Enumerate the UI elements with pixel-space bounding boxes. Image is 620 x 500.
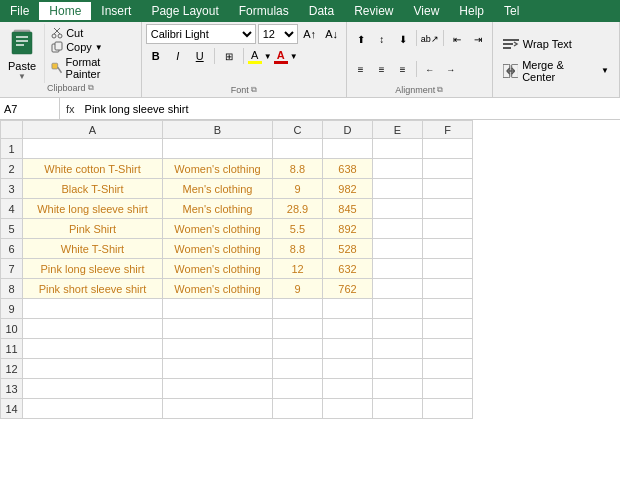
col-header-b[interactable]: B [163, 121, 273, 139]
alignment-expand-icon[interactable]: ⧉ [437, 85, 443, 95]
table-cell[interactable] [373, 359, 423, 379]
table-cell[interactable] [273, 299, 323, 319]
row-header-3[interactable]: 3 [1, 179, 23, 199]
table-cell[interactable] [273, 139, 323, 159]
row-header-12[interactable]: 12 [1, 359, 23, 379]
menu-data[interactable]: Data [299, 2, 344, 20]
underline-button[interactable]: U [190, 46, 210, 66]
table-cell[interactable] [373, 399, 423, 419]
table-cell[interactable]: 28.9 [273, 199, 323, 219]
table-cell[interactable] [423, 159, 473, 179]
table-cell[interactable] [423, 319, 473, 339]
row-header-1[interactable]: 1 [1, 139, 23, 159]
table-cell[interactable] [323, 399, 373, 419]
paste-dropdown-icon[interactable]: ▼ [18, 72, 26, 81]
menu-insert[interactable]: Insert [91, 2, 141, 20]
col-header-a[interactable]: A [23, 121, 163, 139]
align-center-button[interactable]: ≡ [372, 61, 392, 79]
table-cell[interactable]: Women's clothing [163, 239, 273, 259]
table-cell[interactable] [373, 219, 423, 239]
table-cell[interactable] [163, 319, 273, 339]
table-cell[interactable] [163, 339, 273, 359]
col-header-f[interactable]: F [423, 121, 473, 139]
table-cell[interactable] [423, 339, 473, 359]
table-cell[interactable] [423, 219, 473, 239]
table-cell[interactable]: White cotton T-Shirt [23, 159, 163, 179]
wrap-text-button[interactable]: Wrap Text [501, 35, 611, 53]
font-color-button[interactable]: A [274, 49, 288, 64]
row-header-4[interactable]: 4 [1, 199, 23, 219]
table-cell[interactable] [423, 239, 473, 259]
table-cell[interactable]: 5.5 [273, 219, 323, 239]
col-header-d[interactable]: D [323, 121, 373, 139]
table-cell[interactable] [423, 279, 473, 299]
row-header-8[interactable]: 8 [1, 279, 23, 299]
table-cell[interactable]: 638 [323, 159, 373, 179]
table-cell[interactable] [423, 359, 473, 379]
table-cell[interactable] [163, 139, 273, 159]
font-size-select[interactable]: 12 891011 14161824 [258, 24, 298, 44]
row-header-2[interactable]: 2 [1, 159, 23, 179]
row-header-10[interactable]: 10 [1, 319, 23, 339]
table-cell[interactable] [423, 299, 473, 319]
table-cell[interactable] [323, 139, 373, 159]
align-top-button[interactable]: ⬆ [351, 30, 371, 48]
table-cell[interactable] [273, 379, 323, 399]
table-cell[interactable] [23, 299, 163, 319]
table-cell[interactable]: Pink Shirt [23, 219, 163, 239]
row-header-13[interactable]: 13 [1, 379, 23, 399]
table-cell[interactable] [323, 359, 373, 379]
table-cell[interactable] [373, 299, 423, 319]
table-cell[interactable] [23, 339, 163, 359]
table-cell[interactable] [373, 319, 423, 339]
table-cell[interactable] [273, 319, 323, 339]
table-cell[interactable]: Men's clothing [163, 199, 273, 219]
table-cell[interactable]: Women's clothing [163, 259, 273, 279]
table-cell[interactable]: 8.8 [273, 239, 323, 259]
clipboard-expand-icon[interactable]: ⧉ [88, 83, 94, 93]
table-cell[interactable] [23, 319, 163, 339]
cut-button[interactable]: Cut [49, 26, 137, 40]
table-cell[interactable]: Black T-Shirt [23, 179, 163, 199]
table-cell[interactable] [163, 379, 273, 399]
border-button[interactable]: ⊞ [219, 46, 239, 66]
table-cell[interactable] [423, 259, 473, 279]
highlight-dropdown[interactable]: ▼ [264, 52, 272, 61]
table-cell[interactable] [323, 299, 373, 319]
font-expand-icon[interactable]: ⧉ [251, 85, 257, 95]
table-cell[interactable] [373, 259, 423, 279]
copy-dropdown[interactable]: ▼ [95, 43, 103, 52]
table-cell[interactable] [163, 299, 273, 319]
decrease-font-button[interactable]: A↓ [322, 24, 342, 44]
align-bottom-button[interactable]: ⬇ [393, 30, 413, 48]
table-cell[interactable] [373, 339, 423, 359]
table-cell[interactable] [273, 339, 323, 359]
table-cell[interactable]: 528 [323, 239, 373, 259]
table-cell[interactable] [23, 359, 163, 379]
font-color-dropdown[interactable]: ▼ [290, 52, 298, 61]
table-cell[interactable]: 762 [323, 279, 373, 299]
table-cell[interactable]: Men's clothing [163, 179, 273, 199]
merge-center-button[interactable]: Merge & Center ▼ [501, 57, 611, 85]
paste-button[interactable]: Paste ▼ [0, 24, 45, 83]
row-header-9[interactable]: 9 [1, 299, 23, 319]
table-cell[interactable]: 892 [323, 219, 373, 239]
col-header-e[interactable]: E [373, 121, 423, 139]
table-cell[interactable] [323, 319, 373, 339]
row-header-14[interactable]: 14 [1, 399, 23, 419]
table-cell[interactable]: Pink long sleeve shirt [23, 259, 163, 279]
table-cell[interactable]: 12 [273, 259, 323, 279]
angle-text-button[interactable]: ab↗ [420, 30, 440, 48]
col-header-c[interactable]: C [273, 121, 323, 139]
row-header-7[interactable]: 7 [1, 259, 23, 279]
table-cell[interactable] [423, 379, 473, 399]
table-cell[interactable] [23, 379, 163, 399]
table-cell[interactable] [23, 139, 163, 159]
menu-view[interactable]: View [404, 2, 450, 20]
table-cell[interactable]: White T-Shirt [23, 239, 163, 259]
table-cell[interactable] [373, 239, 423, 259]
ltr-text-button[interactable]: → [441, 61, 461, 79]
table-cell[interactable] [373, 379, 423, 399]
format-painter-button[interactable]: Format Painter [49, 55, 137, 81]
table-cell[interactable] [373, 159, 423, 179]
